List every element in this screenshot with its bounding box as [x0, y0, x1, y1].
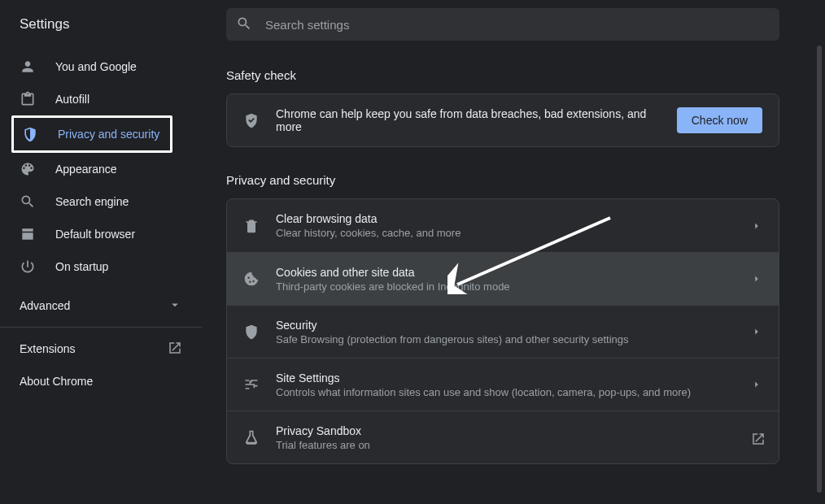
chevron-down-icon: [168, 298, 182, 315]
sidebar-item-label: You and Google: [55, 60, 137, 73]
cookie-icon: [243, 271, 260, 287]
row-cookies[interactable]: Cookies and other site data Third-party …: [227, 252, 779, 305]
row-security[interactable]: Security Safe Browsing (protection from …: [227, 305, 779, 358]
row-privacy-sandbox[interactable]: Privacy Sandbox Trial features are on: [227, 411, 779, 463]
sidebar-extensions-link[interactable]: Extensions: [0, 332, 202, 365]
sidebar-item-label: Search engine: [55, 195, 129, 208]
sidebar-item-appearance[interactable]: Appearance: [0, 153, 189, 185]
chevron-right-icon: [751, 326, 762, 337]
sidebar-divider: [0, 327, 202, 328]
sidebar-item-label: Default browser: [55, 228, 135, 241]
sidebar-about-link[interactable]: About Chrome: [0, 365, 202, 398]
row-subtitle: Trial features are on: [276, 439, 751, 451]
about-label: About Chrome: [20, 375, 93, 388]
page-title: Settings: [20, 16, 69, 33]
advanced-label: Advanced: [20, 299, 70, 312]
check-now-button[interactable]: Check now: [677, 107, 762, 133]
sidebar-item-label: Autofill: [55, 93, 89, 106]
flask-icon: [243, 429, 260, 445]
safety-check-header: Safety check: [226, 68, 779, 82]
row-subtitle: Clear history, cookies, cache, and more: [276, 227, 751, 239]
sidebar-item-label: Appearance: [55, 163, 117, 176]
shield-icon: [22, 126, 38, 142]
sidebar-item-label: On startup: [55, 260, 108, 273]
trash-icon: [243, 218, 260, 234]
search-box[interactable]: [226, 8, 779, 41]
search-icon: [236, 15, 252, 34]
row-title: Cookies and other site data: [276, 266, 751, 279]
sidebar-item-on-startup[interactable]: On startup: [0, 250, 189, 283]
row-title: Security: [276, 319, 751, 332]
privacy-section-header: Privacy and security: [226, 173, 779, 187]
person-icon: [20, 59, 36, 75]
safety-check-card: Chrome can help keep you safe from data …: [226, 93, 779, 147]
row-subtitle: Controls what information sites can use …: [276, 386, 751, 398]
main-content: Safety check Chrome can help keep you sa…: [226, 57, 779, 496]
chevron-right-icon: [751, 379, 762, 390]
shield-icon: [243, 324, 260, 340]
palette-icon: [20, 161, 36, 177]
sidebar-advanced-toggle[interactable]: Advanced: [0, 289, 202, 322]
row-subtitle: Third-party cookies are blocked in Incog…: [276, 280, 751, 293]
row-title: Clear browsing data: [276, 212, 751, 225]
sidebar-item-autofill[interactable]: Autofill: [0, 83, 189, 115]
row-clear-browsing-data[interactable]: Clear browsing data Clear history, cooki…: [227, 199, 779, 252]
row-title: Privacy Sandbox: [276, 424, 751, 437]
search-icon: [20, 193, 36, 210]
browser-icon: [20, 226, 36, 242]
sidebar-item-you-and-google[interactable]: You and Google: [0, 50, 189, 83]
power-icon: [20, 259, 36, 275]
shield-check-icon: [243, 112, 260, 128]
row-site-settings[interactable]: Site Settings Controls what information …: [227, 358, 779, 411]
scrollbar[interactable]: [817, 46, 822, 493]
sliders-icon: [243, 376, 260, 393]
safety-check-text: Chrome can help keep you safe from data …: [276, 107, 661, 133]
sidebar-item-privacy-security[interactable]: Privacy and security: [11, 115, 172, 153]
open-external-icon: [168, 341, 182, 358]
sidebar-item-search-engine[interactable]: Search engine: [0, 185, 189, 218]
row-title: Site Settings: [276, 371, 751, 385]
chevron-right-icon: [751, 220, 762, 232]
privacy-card: Clear browsing data Clear history, cooki…: [226, 198, 779, 464]
sidebar-item-label: Privacy and security: [58, 128, 159, 141]
search-input[interactable]: [265, 18, 770, 32]
extensions-label: Extensions: [20, 342, 75, 355]
sidebar-item-default-browser[interactable]: Default browser: [0, 218, 189, 250]
open-external-icon: [751, 432, 762, 443]
chevron-right-icon: [751, 273, 762, 285]
row-subtitle: Safe Browsing (protection from dangerous…: [276, 333, 751, 345]
sidebar: You and Google Autofill Privacy and secu…: [0, 50, 202, 496]
clipboard-icon: [20, 91, 36, 107]
